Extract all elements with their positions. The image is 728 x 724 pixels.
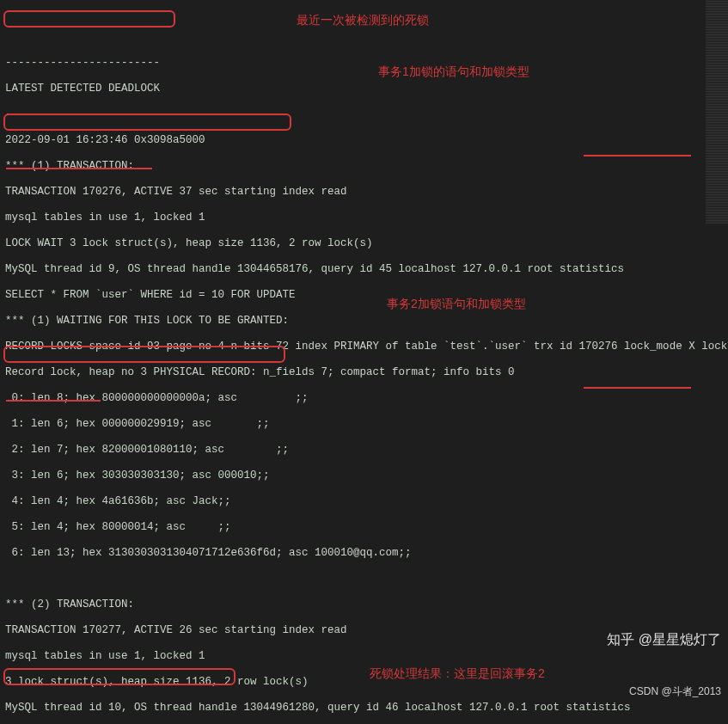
record-field: 1: len 6; hex 000000029919; asc ;; bbox=[5, 418, 723, 431]
tx2-line: TRANSACTION 170277, ACTIVE 26 sec starti… bbox=[5, 624, 723, 637]
tx2-header: *** (2) TRANSACTION: bbox=[5, 598, 723, 611]
tx2-line: mysql tables in use 1, locked 1 bbox=[5, 650, 723, 663]
editor-minimap[interactable] bbox=[706, 0, 728, 224]
annotation-rollback: 死锁处理结果：这里是回滚事务2 bbox=[370, 667, 545, 680]
separator: ------------------------ bbox=[5, 108, 723, 121]
tx1-header: *** (1) TRANSACTION: bbox=[5, 160, 723, 173]
record-field: 3: len 6; hex 303030303130; asc 000010;; bbox=[5, 469, 723, 482]
tx1-record-locks: RECORD LOCKS space id 93 page no 4 n bit… bbox=[5, 341, 723, 353]
record-field: 2: len 7; hex 82000001080110; asc ;; bbox=[5, 444, 723, 457]
tx1-line: mysql tables in use 1, locked 1 bbox=[5, 212, 723, 224]
tx1-wait: *** (1) WAITING FOR THIS LOCK TO BE GRAN… bbox=[5, 315, 723, 328]
tx2-line: 3 lock struct(s), heap size 1136, 2 row … bbox=[5, 676, 723, 689]
record-field: 6: len 13; hex 3130303031304071712e636f6… bbox=[5, 547, 723, 560]
timestamp: 2022-09-01 16:23:46 0x3098a5000 bbox=[5, 134, 723, 147]
highlight-box-header bbox=[3, 10, 175, 28]
record-field: 0: len 8; hex 800000000000000a; asc ;; bbox=[5, 392, 723, 405]
tx1-sql: SELECT * FROM `user` WHERE id = 10 FOR U… bbox=[5, 289, 723, 302]
tx1-line: LOCK WAIT 3 lock struct(s), heap size 11… bbox=[5, 237, 723, 250]
separator: ------------------------ bbox=[5, 57, 723, 70]
record-field: 5: len 4; hex 80000014; asc ;; bbox=[5, 521, 723, 534]
record-field: 4: len 4; hex 4a61636b; asc Jack;; bbox=[5, 495, 723, 508]
annotation-tx1: 事务1加锁的语句和加锁类型 bbox=[378, 65, 529, 78]
tx1-physical: Record lock, heap no 3 PHYSICAL RECORD: … bbox=[5, 366, 723, 379]
underline-tx1-lockmode bbox=[584, 155, 691, 156]
annotation-header: 最近一次被检测到的死锁 bbox=[297, 14, 429, 27]
blank bbox=[5, 573, 723, 586]
underline-tx2-lockmode bbox=[584, 387, 691, 389]
tx1-line: TRANSACTION 170276, ACTIVE 37 sec starti… bbox=[5, 186, 723, 199]
annotation-tx2: 事务2加锁语句和加锁类型 bbox=[387, 298, 526, 310]
tx1-line: MySQL thread id 9, OS thread handle 1304… bbox=[5, 263, 723, 276]
tx2-line: MySQL thread id 10, OS thread handle 130… bbox=[5, 702, 723, 715]
deadlock-header: LATEST DETECTED DEADLOCK bbox=[5, 83, 723, 95]
